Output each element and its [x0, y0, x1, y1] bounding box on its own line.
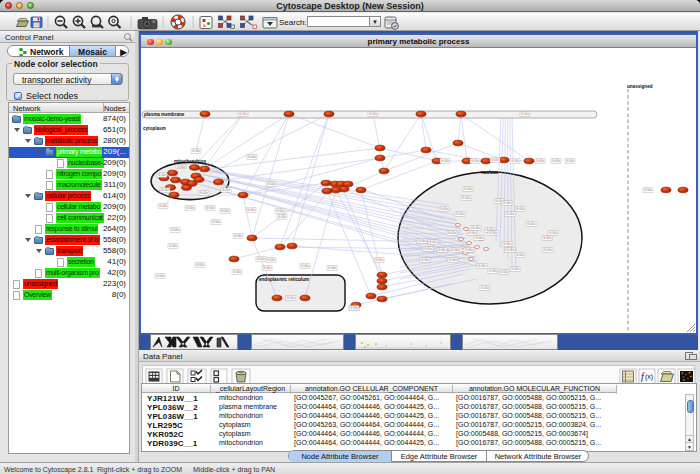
svg-text:G:04x: G:04x [171, 228, 180, 232]
svg-text:G:04x: G:04x [549, 231, 558, 235]
svg-text:G:04x: G:04x [521, 112, 530, 116]
svg-text:G:04x: G:04x [301, 264, 310, 268]
svg-text:G:04x: G:04x [491, 158, 500, 162]
svg-text:G:04x: G:04x [552, 159, 561, 163]
svg-text:G:04x: G:04x [212, 220, 221, 224]
svg-text:G:04x: G:04x [506, 212, 515, 216]
svg-text:G:04x: G:04x [500, 270, 509, 274]
svg-text:endoplasmic reticulum: endoplasmic reticulum [259, 277, 309, 282]
svg-text:cytoplasm: cytoplasm [143, 126, 166, 131]
svg-text:G:04x: G:04x [418, 239, 427, 243]
svg-text:unassigned: unassigned [627, 84, 653, 89]
svg-text:G:04x: G:04x [536, 159, 545, 163]
svg-text:G:04x: G:04x [278, 215, 287, 219]
svg-text:G:04x: G:04x [516, 207, 525, 211]
svg-text:G:04x: G:04x [234, 234, 243, 238]
svg-text:(x): (x) [645, 373, 653, 381]
svg-text:G:04x: G:04x [448, 231, 457, 235]
svg-text:G:04x: G:04x [369, 112, 378, 116]
svg-text:G:04x: G:04x [438, 248, 447, 252]
svg-text:G:04x: G:04x [161, 188, 170, 192]
svg-text:G:04x: G:04x [248, 155, 257, 159]
svg-text:G:04x: G:04x [196, 263, 205, 267]
svg-text:G:04x: G:04x [478, 264, 487, 268]
svg-text:G:04x: G:04x [156, 274, 165, 278]
svg-text:G:04x: G:04x [267, 182, 276, 186]
svg-text:G:04x: G:04x [544, 248, 553, 252]
svg-text:G:04x: G:04x [475, 236, 484, 240]
svg-text:G:04x: G:04x [468, 231, 477, 235]
svg-text:G:04x: G:04x [177, 165, 186, 169]
svg-text:G:04x: G:04x [527, 222, 536, 226]
svg-text:nucleus: nucleus [481, 170, 499, 175]
svg-text:G:04x: G:04x [263, 266, 272, 270]
svg-text:G:04x: G:04x [221, 209, 230, 213]
svg-text:plasma membrane: plasma membrane [144, 112, 185, 117]
svg-text:G:04x: G:04x [449, 258, 458, 262]
svg-text:G:04x: G:04x [456, 212, 465, 216]
svg-text:G:04x: G:04x [489, 269, 498, 273]
svg-text:G:04x: G:04x [503, 201, 512, 205]
svg-text:G:04x: G:04x [257, 257, 266, 261]
svg-text:G:04x: G:04x [566, 159, 575, 163]
svg-text:G:04x: G:04x [489, 231, 498, 235]
svg-text:G:04x: G:04x [441, 159, 450, 163]
svg-text:G:04x: G:04x [276, 209, 285, 213]
svg-text:G:04x: G:04x [451, 248, 460, 252]
svg-text:G:04x: G:04x [222, 188, 231, 192]
svg-text:G:04x: G:04x [644, 188, 653, 192]
svg-text:G:04x: G:04x [169, 244, 178, 248]
svg-text:G:04x: G:04x [440, 207, 449, 211]
svg-text:G:04x: G:04x [421, 258, 430, 262]
svg-text:G:04x: G:04x [516, 253, 525, 257]
svg-text:G:04x: G:04x [267, 258, 276, 262]
svg-text:G:04x: G:04x [328, 266, 337, 270]
svg-text:G:04x: G:04x [424, 247, 433, 251]
svg-text:G:04x: G:04x [239, 112, 248, 116]
svg-text:G:04x: G:04x [465, 248, 474, 252]
svg-text:G:04x: G:04x [472, 226, 481, 230]
svg-text:G:04x: G:04x [543, 236, 552, 240]
svg-text:G:04x: G:04x [471, 159, 480, 163]
svg-text:G:04x: G:04x [350, 306, 359, 310]
svg-text:G:04x: G:04x [200, 191, 209, 195]
svg-text:G:04x: G:04x [159, 204, 168, 208]
svg-text:G:04x: G:04x [462, 196, 471, 200]
svg-text:G:04x: G:04x [511, 159, 520, 163]
svg-text:G:04x: G:04x [506, 248, 515, 252]
svg-text:G:04x: G:04x [192, 149, 201, 153]
svg-text:G:04x: G:04x [186, 206, 195, 210]
svg-text:G:04x: G:04x [375, 258, 384, 262]
svg-text:G:04x: G:04x [481, 286, 490, 290]
svg-text:G:04x: G:04x [429, 240, 438, 244]
svg-text:G:04x: G:04x [511, 267, 520, 271]
svg-text:G:04x: G:04x [247, 208, 256, 212]
svg-text:G:04x: G:04x [503, 242, 512, 246]
svg-text:G:04x: G:04x [206, 206, 215, 210]
svg-text:mitochondrion: mitochondrion [174, 159, 206, 164]
svg-text:G:04x: G:04x [464, 187, 473, 191]
svg-text:G:04x: G:04x [158, 173, 167, 177]
svg-text:G:04x: G:04x [287, 296, 296, 300]
svg-text:G:04x: G:04x [233, 270, 242, 274]
